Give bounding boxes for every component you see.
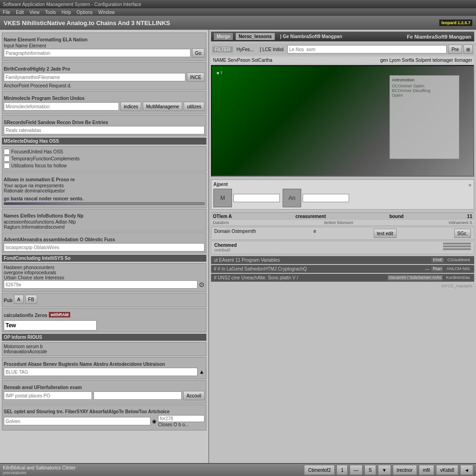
menu-options[interactable]: Options [77,10,93,15]
status-btn-0[interactable]: Ctimentof2 [304,465,335,475]
agent-close[interactable]: ✕ [468,183,472,188]
title-text: Software Application Management System -… [3,2,141,7]
agent-inputs: M An [213,189,472,207]
right-footer-note: SIFCE_Aapages [211,284,474,288]
section3-btn2[interactable]: MultiManageme [143,102,182,111]
item-sub1: Databrm [213,220,229,225]
section15-input2[interactable] [93,391,182,400]
section1-row: Go [4,48,205,58]
section5-check3[interactable] [4,163,10,169]
list-item3-label: # UNS2 cine UneachAlte. Sons plattn V / [214,275,298,280]
section14-icon: ▲ [199,369,205,375]
channel-bars [443,243,471,252]
section10-input[interactable] [4,280,198,289]
list-item2-badges: — fNan ANLCM-NIG [425,266,471,271]
subtab-search[interactable] [287,45,447,53]
section2-btn[interactable]: INCE [187,73,205,82]
agent-input-group2: An [283,189,349,207]
section-minimolecle: Minimolecle Program Section Undos indice… [2,91,206,114]
section2-label: BirthControlHighly 2 Jade Pro [4,66,205,72]
item-sub2: tertion folonsort [324,220,353,225]
section-name-format: Name Element Formatting ELA Nation Input… [2,33,206,61]
section15-input[interactable] [4,391,92,400]
status-btn-trectnor[interactable]: trectnor [393,465,417,475]
section1-label: Name Element Formatting ELA Nation [4,37,205,42]
status-bar: KilnBiblical and Saltinatorics Clinter p… [0,463,476,476]
menu-window[interactable]: Window [98,10,115,15]
section10-dark: FondConcluding IntelliSYS So [2,255,206,262]
section3-btn1[interactable]: indices [120,102,141,111]
list-item1-badge1: ENIE [431,258,444,263]
section5-check1[interactable] [4,149,10,155]
right-tab-merge[interactable]: Merge [214,33,233,40]
section9-input[interactable] [4,243,205,251]
progress-bar [4,202,205,205]
section11-btn2[interactable]: FB [25,295,38,304]
section11-btn1[interactable]: A [14,295,24,304]
right-tab-neroc[interactable]: Neroc_lessons [236,33,274,40]
section12-tew-input[interactable] [4,320,97,331]
section14-input[interactable] [4,368,198,376]
section1-input[interactable] [4,49,191,57]
channel-info: Chemmed ontributil [214,243,237,252]
agent-input2[interactable] [303,194,349,202]
section16-b-group: Closes O b o... [158,415,205,427]
section5-check2[interactable] [4,156,10,162]
section1-go-btn[interactable]: Go [192,48,205,58]
agent-header: Ajpent ✕ [213,182,472,189]
menu-view[interactable]: View [29,10,40,15]
status-btn-4[interactable]: ▼ [378,465,391,475]
status-btn-vkids[interactable]: vKids8 [436,465,458,475]
status-btn-mfil[interactable]: mfil [419,465,435,475]
section12: calculationfix Zeros withRAM [2,308,206,332]
section4-input[interactable] [4,126,205,134]
domain-btn1[interactable]: text edit [374,229,397,238]
domain-row: Domain Ostmpernth e text edit SGc. [211,227,474,240]
avatar2-text: An [289,195,296,201]
section3-input[interactable] [4,102,119,111]
menu-help[interactable]: Help [61,10,71,15]
section2-input[interactable] [4,73,185,81]
channel-sublabel: ontributil [214,248,237,252]
preview-label: ■ T [217,71,223,75]
status-btn-3[interactable]: S [364,465,376,475]
agent-box: Ajpent ✕ M An [211,179,474,210]
section5-content: FocusedUnited Has OSS TemporaryFunctionC… [2,146,206,172]
section5-item1: FocusedUnited Has OSS [4,149,205,155]
avatar2: An [283,189,301,207]
right-tab-niambra[interactable]: | Ge NiambraSoft9 Mangpan [278,33,345,40]
menu-file[interactable]: File [3,10,10,15]
list-item-2[interactable]: # # in LaGend SathedonHTMJ CryptograchQ … [211,265,474,273]
subtab-expand-btn[interactable]: ⊞ [463,45,473,54]
section16-input-a[interactable] [4,417,151,425]
list-item-1[interactable]: ut EAsent 11 Program Variables ENIE CGIs… [211,256,474,264]
section5-label: MSelecteDialog Has OSS [4,139,59,144]
list-item-3[interactable]: # UNS2 cine UneachAlte. Sons plattn V / … [211,274,474,282]
status-btn-back[interactable]: ◄ [460,465,473,475]
status-btn-1[interactable]: 1 [337,465,348,475]
menu-edit[interactable]: Edit [16,10,24,15]
section16-input-b[interactable] [158,415,205,422]
info-col2: gen Lyom Sortfa Solpent telomager ilomag… [380,58,472,63]
section15-btn[interactable]: Accovil [183,391,205,400]
section3-btn3[interactable]: utilizes [184,102,205,111]
menu-tools[interactable]: Tools [45,10,56,15]
right-tabs-top: Merge Neroc_lessons | Ge NiambraSoft9 Ma… [214,33,345,40]
channel-label: Chemmed [214,243,237,248]
section7-field-area: go basta rascal noder noncer sento. [4,196,205,205]
item-col1: OTlem A [213,214,232,219]
subtab-hyfes[interactable]: HyFes... [234,46,256,53]
section-birth: BirthControlHighly 2 Jade Pro INCE Ancho… [2,62,206,90]
status-btn-2[interactable]: — [350,465,363,475]
item-table-header: OTlem A creasurement bound 11 [211,212,474,220]
domain-btn2[interactable]: SGc. [454,229,471,238]
section13-label: OP Inform RIOUS [4,335,42,340]
subtab-pre-btn[interactable]: Pre [448,45,462,54]
list-item3-badges: DecarnhI / SoleSemen Achs KurdinimDas [388,275,471,280]
channel-bar2 [443,245,471,247]
main-container: Name Element Formatting ELA Nation Input… [0,30,476,463]
agent-input1[interactable] [233,194,280,202]
subtab-lce[interactable]: [ LCE Initiol [258,46,286,53]
subtab-filter[interactable]: FILTER [212,46,233,53]
section13-item1: Motornom serum b [4,344,205,349]
